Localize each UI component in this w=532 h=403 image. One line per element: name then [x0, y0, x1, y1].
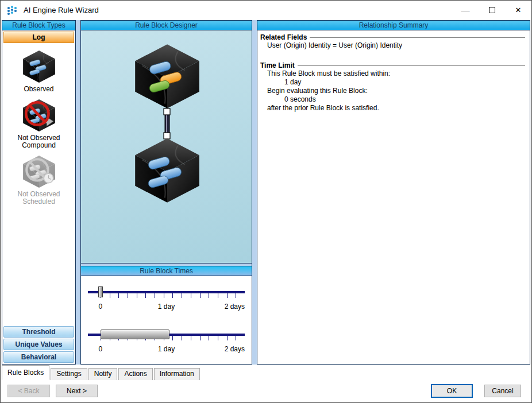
type-item-not-observed-compound[interactable]: Not Observed Compound — [10, 99, 68, 149]
tab-information[interactable]: Information — [154, 368, 200, 380]
tab-actions[interactable]: Actions — [118, 368, 152, 380]
related-fields-group: Related Fields User (Origin) Identity = … — [260, 33, 525, 50]
evaluation-range-bar[interactable] — [101, 330, 169, 339]
time-limit-line: This Rule Block must be satisfied within… — [260, 69, 525, 78]
relationship-summary-panel: Relationship Summary Related Fields User… — [257, 20, 530, 365]
not-observed-scheduled-icon — [21, 155, 57, 188]
window-controls: — ✕ — [452, 1, 531, 20]
time-limit-slider: 0 1 day 2 days — [88, 286, 245, 313]
time-limit-slider-thumb[interactable] — [98, 286, 103, 297]
maximize-icon — [489, 7, 495, 13]
type-item-not-observed-scheduled[interactable]: Not Observed Scheduled — [10, 155, 68, 206]
tick-label-one-day: 1 day — [158, 303, 175, 311]
type-label: Not Observed Compound — [17, 134, 60, 149]
time-limit-group: Time Limit This Rule Block must be satis… — [260, 61, 525, 113]
time-limit-line: after the prior Rule Block is satisfied. — [260, 104, 525, 113]
back-button[interactable]: < Back — [7, 385, 50, 397]
ai-engine-rule-wizard-window: AI Engine Rule Wizard — ✕ Rule Block Typ… — [0, 0, 532, 403]
tab-settings[interactable]: Settings — [51, 368, 87, 380]
type-label: Not Observed Scheduled — [17, 190, 60, 206]
rule-block-2-cube[interactable] — [135, 138, 199, 203]
rule-block-times-body: 0 1 day 2 days 0 1 day 2 days — [81, 276, 252, 364]
time-limit-title: Time Limit — [260, 61, 525, 69]
evaluation-range-slider: 0 1 day 2 days — [88, 329, 245, 355]
maximize-button[interactable] — [479, 1, 505, 20]
rule-block-types-panel: Rule Block Types Log Observed Not Observ… — [2, 20, 76, 365]
category-buttons: Threshold Unique Values Behavioral — [2, 324, 75, 364]
tick-label-zero: 0 — [98, 345, 102, 353]
type-item-observed[interactable]: Observed — [21, 50, 57, 93]
left-splitter[interactable] — [76, 20, 80, 365]
time-limit-value: 1 day — [260, 78, 525, 87]
wizard-tab-strip: Rule Blocks Settings Notify Actions Info… — [1, 365, 531, 380]
rule-block-designer-canvas[interactable] — [81, 30, 252, 264]
type-label: Observed — [24, 85, 53, 93]
main-area: Rule Block Types Log Observed Not Observ… — [1, 20, 531, 365]
slider-tick-marks — [101, 293, 245, 298]
related-fields-title: Related Fields — [260, 33, 525, 41]
rule-block-connector[interactable] — [164, 108, 170, 139]
threshold-category-button[interactable]: Threshold — [3, 326, 74, 338]
time-limit-line: Begin evaluating this Rule Block: — [260, 87, 525, 95]
ok-button[interactable]: OK — [431, 384, 473, 398]
rule-block-1-cube[interactable] — [135, 44, 199, 108]
tick-label-zero: 0 — [98, 303, 102, 311]
footer-button-bar: < Back Next > OK Cancel — [1, 379, 531, 402]
behavioral-category-button[interactable]: Behavioral — [3, 351, 74, 363]
close-button[interactable]: ✕ — [505, 1, 531, 20]
slider-axis-labels: 0 1 day 2 days — [88, 345, 245, 353]
log-category-button[interactable]: Log — [3, 32, 74, 43]
cancel-button[interactable]: Cancel — [484, 385, 521, 397]
time-limit-value: 0 seconds — [260, 95, 525, 104]
time-limit-slider-track[interactable] — [88, 291, 245, 293]
next-button[interactable]: Next > — [56, 385, 98, 397]
relationship-summary-header: Relationship Summary — [257, 21, 530, 30]
rule-block-types-header: Rule Block Types — [2, 21, 75, 30]
rule-block-designer-panel: Rule Block Designer — [80, 20, 252, 365]
relationship-summary-body: Related Fields User (Origin) Identity = … — [257, 30, 530, 364]
related-fields-value: User (Origin) Identity = User (Origin) I… — [260, 41, 525, 50]
app-logo-icon — [6, 3, 20, 17]
tick-label-two-days: 2 days — [225, 303, 245, 311]
rule-block-designer-header: Rule Block Designer — [81, 21, 252, 30]
title-bar: AI Engine Rule Wizard — ✕ — [1, 1, 531, 20]
tick-label-two-days: 2 days — [225, 345, 245, 353]
right-splitter[interactable] — [252, 20, 257, 365]
observed-cube-icon — [21, 50, 57, 83]
tick-label-one-day: 1 day — [158, 345, 175, 353]
minimize-button[interactable]: — — [452, 1, 479, 20]
slider-axis-labels: 0 1 day 2 days — [88, 303, 245, 311]
evaluation-slider-track[interactable] — [88, 334, 245, 336]
rule-block-diagram — [81, 30, 252, 262]
tab-rule-blocks[interactable]: Rule Blocks — [2, 365, 49, 380]
not-observed-compound-icon — [21, 99, 57, 132]
rule-block-times-header: Rule Block Times — [81, 266, 252, 276]
rule-block-types-body: Log Observed Not Observed Compound Not O… — [2, 30, 75, 364]
window-title: AI Engine Rule Wizard — [24, 6, 99, 14]
unique-values-category-button[interactable]: Unique Values — [3, 339, 74, 350]
tab-notify[interactable]: Notify — [88, 368, 118, 380]
